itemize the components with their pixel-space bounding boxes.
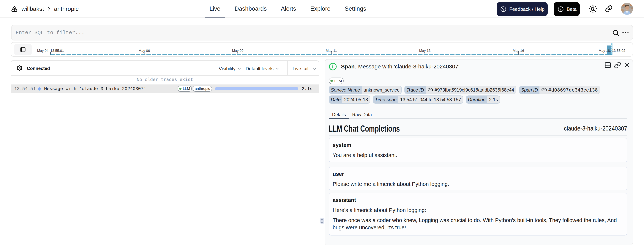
svg-text:May 13: May 13 — [419, 49, 431, 53]
svg-text:May 04, 13:55:01: May 04, 13:55:01 — [37, 49, 64, 53]
svg-text:May 18, 13:55:02: May 18, 13:55:02 — [598, 49, 625, 53]
svg-text:May 11: May 11 — [326, 49, 337, 53]
svg-text:May 06: May 06 — [139, 49, 150, 53]
svg-text:May 16: May 16 — [513, 49, 524, 53]
svg-text:May 09: May 09 — [232, 49, 244, 53]
